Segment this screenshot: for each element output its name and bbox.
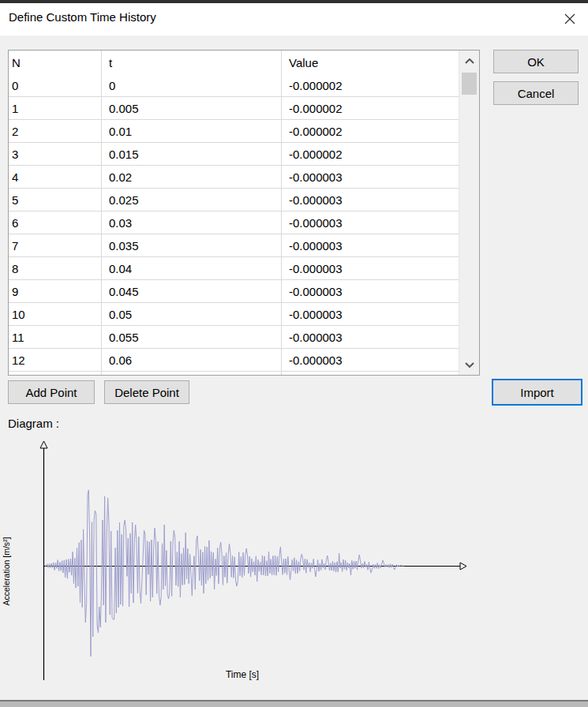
table-row[interactable]: 50.025-0.000003	[9, 189, 459, 211]
table-cell[interactable]: 0.04	[102, 257, 282, 279]
table-cell[interactable]: -0.000003	[282, 326, 459, 348]
dialog-title: Define Custom Time History	[9, 10, 156, 24]
define-custom-time-history-dialog: Define Custom Time History N t Value 00-…	[0, 0, 588, 707]
table-cell[interactable]: -0.000002	[282, 143, 459, 165]
table-cell[interactable]: 0.005	[102, 97, 282, 119]
acceleration-waveform	[45, 490, 404, 656]
chevron-up-icon	[465, 58, 474, 64]
table-row[interactable]: 100.05-0.000003	[9, 303, 459, 326]
table-cell[interactable]: -0.000003	[282, 349, 459, 371]
table-cell[interactable]: 0.025	[102, 189, 282, 211]
window-bottom-edge	[0, 700, 588, 707]
x-axis-label: Time [s]	[226, 669, 259, 680]
table-cell[interactable]: 0.02	[102, 166, 282, 188]
table-cell[interactable]: 2	[9, 120, 102, 142]
add-point-button[interactable]: Add Point	[8, 380, 95, 404]
table-cell[interactable]: 0.05	[102, 303, 282, 325]
column-divider	[101, 50, 102, 375]
table-cell[interactable]: -0.000003	[282, 166, 459, 188]
scrollbar-thumb[interactable]	[462, 73, 477, 95]
table-cell[interactable]: 0.015	[102, 143, 282, 165]
table-cell[interactable]: 0.055	[102, 326, 282, 348]
table-cell[interactable]: 5	[9, 189, 102, 211]
table-cell[interactable]: 7	[9, 234, 102, 256]
time-history-table: N t Value 00-0.00000210.005-0.00000220.0…	[8, 50, 480, 376]
y-axis-arrow-icon	[40, 441, 47, 448]
table-row[interactable]: 60.03-0.000003	[9, 211, 459, 234]
y-axis-label: Acceleration [m/s²]	[2, 537, 11, 605]
table-cell[interactable]: -0.000002	[282, 120, 459, 142]
table-cell[interactable]: -0.000003	[282, 234, 459, 256]
column-header-t: t	[102, 50, 282, 74]
chevron-down-icon	[465, 362, 474, 368]
table-cell[interactable]: -0.000003	[282, 280, 459, 302]
waveform-polyline	[45, 490, 404, 656]
table-scrollbar[interactable]	[459, 50, 479, 375]
x-axis-arrow-icon	[460, 563, 466, 570]
table-cell[interactable]: 0	[102, 74, 282, 96]
close-button[interactable]	[557, 7, 582, 31]
table-cell[interactable]: -0.000002	[282, 74, 459, 96]
table-cell[interactable]: -0.000003	[282, 303, 459, 325]
ok-button[interactable]: OK	[493, 50, 579, 73]
table-cell[interactable]: 11	[9, 326, 102, 348]
table-row[interactable]: 120.06-0.000003	[9, 349, 459, 372]
diagram-label: Diagram :	[8, 417, 59, 430]
table-cell[interactable]: 10	[9, 303, 102, 325]
titlebar: Define Custom Time History	[0, 3, 588, 36]
table-cell[interactable]: 0.03	[102, 211, 282, 234]
table-row[interactable]: 90.045-0.000003	[9, 280, 459, 303]
table-cell[interactable]: 4	[9, 166, 102, 188]
table-cell[interactable]: 8	[9, 257, 102, 279]
table-cell[interactable]: -0.000002	[282, 97, 459, 119]
table-cell[interactable]: 12	[9, 349, 102, 371]
table-cell[interactable]: 1	[9, 97, 102, 119]
table-content: N t Value 00-0.00000210.005-0.00000220.0…	[9, 50, 459, 375]
table-cell[interactable]: 6	[9, 211, 102, 234]
table-row[interactable]: 10.005-0.000002	[9, 97, 459, 120]
scroll-up-button[interactable]	[459, 50, 479, 71]
table-cell[interactable]: -0.000003	[282, 189, 459, 211]
table-row[interactable]: 70.035-0.000003	[9, 234, 459, 257]
table-body: 00-0.00000210.005-0.00000220.01-0.000002…	[9, 74, 459, 372]
table-cell[interactable]: -0.000003	[282, 211, 459, 234]
table-cell[interactable]: -0.000003	[282, 257, 459, 279]
table-row[interactable]: 80.04-0.000003	[9, 257, 459, 280]
table-cell[interactable]: 9	[9, 280, 102, 302]
table-cell[interactable]: 0.045	[102, 280, 282, 302]
table-row[interactable]: 110.055-0.000003	[9, 326, 459, 349]
delete-point-button[interactable]: Delete Point	[104, 380, 189, 404]
cancel-button[interactable]: Cancel	[493, 81, 579, 105]
table-cell[interactable]: 0.06	[102, 349, 282, 371]
table-header-row: N t Value	[9, 50, 459, 74]
table-cell[interactable]: 0.035	[102, 234, 282, 256]
table-row[interactable]: 40.02-0.000003	[9, 166, 459, 189]
table-cell[interactable]: 0	[9, 74, 102, 96]
column-divider	[281, 50, 282, 375]
close-icon	[564, 13, 576, 25]
time-history-diagram: Time [s] Acceleration [m/s²]	[0, 439, 588, 707]
table-cell[interactable]: 3	[9, 143, 102, 165]
table-row[interactable]: 20.01-0.000002	[9, 120, 459, 143]
import-button[interactable]: Import	[492, 379, 582, 406]
scrollbar-track[interactable]	[459, 71, 479, 354]
table-cell[interactable]: 0.01	[102, 120, 282, 142]
scroll-down-button[interactable]	[459, 354, 479, 375]
column-header-value: Value	[282, 50, 459, 74]
table-row[interactable]: 00-0.000002	[9, 74, 459, 97]
column-header-n: N	[9, 50, 102, 74]
table-row[interactable]: 30.015-0.000002	[9, 143, 459, 166]
